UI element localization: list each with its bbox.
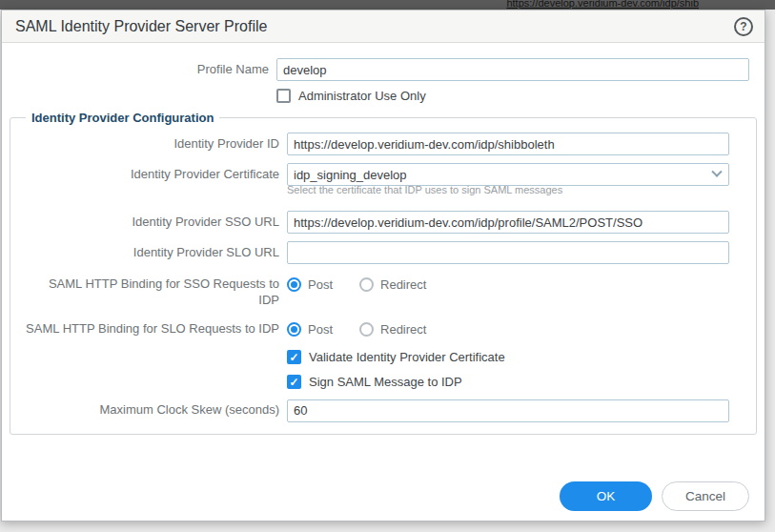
clock-skew-label: Maximum Clock Skew (seconds) bbox=[22, 402, 287, 419]
idp-id-input[interactable] bbox=[287, 133, 729, 155]
validate-cert-label: Validate Identity Provider Certificate bbox=[309, 350, 505, 364]
admin-use-only-row: Administrator Use Only bbox=[2, 89, 765, 103]
chevron-down-icon bbox=[711, 167, 722, 177]
radio-icon bbox=[359, 322, 374, 337]
sso-binding-label: SAML HTTP Binding for SSO Requests to ID… bbox=[22, 276, 287, 309]
sso-binding-redirect-radio[interactable]: Redirect bbox=[359, 277, 426, 292]
idp-certificate-help-row: Select the certificate that IDP uses to … bbox=[22, 184, 744, 195]
slo-binding-redirect-radio[interactable]: Redirect bbox=[359, 322, 426, 337]
help-icon[interactable]: ? bbox=[734, 17, 753, 36]
radio-icon bbox=[287, 322, 301, 337]
sign-saml-checkbox[interactable]: Sign SAML Message to IDP bbox=[287, 375, 462, 389]
page-background-strip: https://develop.veridium-dev.com/idp/shi… bbox=[0, 0, 775, 10]
sso-url-row: Identity Provider SSO URL bbox=[22, 211, 744, 234]
validate-cert-checkbox[interactable]: Validate Identity Provider Certificate bbox=[287, 350, 505, 364]
profile-name-label: Profile Name bbox=[2, 62, 276, 78]
idp-certificate-help-text: Select the certificate that IDP uses to … bbox=[287, 184, 562, 195]
profile-name-row: Profile Name bbox=[2, 58, 765, 81]
sign-saml-label: Sign SAML Message to IDP bbox=[309, 375, 462, 389]
slo-url-input[interactable] bbox=[287, 241, 729, 264]
idp-certificate-value: idp_signing_develop bbox=[294, 168, 713, 182]
idp-id-label: Identity Provider ID bbox=[22, 136, 287, 153]
slo-binding-post-radio[interactable]: Post bbox=[287, 322, 333, 337]
slo-binding-radio-group: Post Redirect bbox=[287, 322, 426, 337]
cancel-button[interactable]: Cancel bbox=[662, 481, 749, 511]
checkbox-box-icon bbox=[276, 89, 291, 103]
checkbox-check-icon bbox=[287, 350, 301, 364]
validate-cert-row: Validate Identity Provider Certificate bbox=[22, 350, 744, 364]
sso-url-label: Identity Provider SSO URL bbox=[22, 215, 287, 231]
section-title: Identity Provider Configuration bbox=[26, 111, 219, 125]
dialog-footer: OK Cancel bbox=[560, 481, 749, 511]
slo-url-label: Identity Provider SLO URL bbox=[22, 245, 287, 261]
ok-button[interactable]: OK bbox=[560, 481, 652, 511]
admin-use-only-checkbox[interactable]: Administrator Use Only bbox=[276, 89, 426, 103]
clock-skew-input[interactable] bbox=[287, 399, 729, 422]
admin-use-only-label: Administrator Use Only bbox=[298, 89, 426, 103]
background-url-link: https://develop.veridium-dev.com/idp/shi… bbox=[506, 0, 699, 9]
dialog-body: Profile Name Administrator Use Only Iden… bbox=[2, 43, 765, 521]
slo-binding-label: SAML HTTP Binding for SLO Requests to ID… bbox=[22, 321, 287, 338]
sso-binding-row: SAML HTTP Binding for SSO Requests to ID… bbox=[22, 276, 744, 309]
idp-certificate-label: Identity Provider Certificate bbox=[22, 167, 287, 183]
checkbox-check-icon bbox=[287, 375, 301, 389]
idp-certificate-row: Identity Provider Certificate idp_signin… bbox=[22, 163, 744, 186]
clock-skew-row: Maximum Clock Skew (seconds) bbox=[22, 399, 744, 422]
dialog-header: SAML Identity Provider Server Profile ? bbox=[2, 10, 765, 43]
sso-binding-post-radio[interactable]: Post bbox=[287, 277, 333, 292]
sso-url-input[interactable] bbox=[287, 211, 729, 234]
slo-binding-row: SAML HTTP Binding for SLO Requests to ID… bbox=[22, 321, 744, 338]
idp-certificate-select[interactable]: idp_signing_develop bbox=[287, 163, 729, 186]
radio-icon bbox=[287, 277, 301, 292]
dialog-title: SAML Identity Provider Server Profile bbox=[15, 18, 267, 35]
slo-url-row: Identity Provider SLO URL bbox=[22, 241, 744, 264]
idp-id-row: Identity Provider ID bbox=[22, 133, 744, 155]
profile-name-input[interactable] bbox=[276, 58, 749, 81]
radio-icon bbox=[359, 277, 374, 292]
sign-saml-row: Sign SAML Message to IDP bbox=[22, 375, 744, 389]
sso-binding-radio-group: Post Redirect bbox=[287, 277, 426, 292]
saml-idp-server-profile-dialog: SAML Identity Provider Server Profile ? … bbox=[1, 10, 765, 522]
identity-provider-configuration-section: Identity Provider Configuration Identity… bbox=[10, 111, 757, 435]
